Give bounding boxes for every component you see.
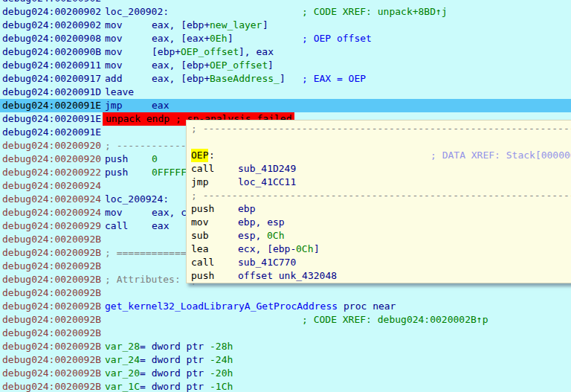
- code-segment: eax, [ebp+: [152, 59, 210, 72]
- address-label: debug024:00200917: [2, 72, 101, 86]
- listing-row[interactable]: debug024:00200911moveax, [ebp+OEP_offset…: [0, 59, 571, 72]
- popup-code-segment: sub_41C770: [238, 256, 296, 269]
- popup-code-segment: lea: [191, 242, 208, 256]
- popup-code-segment: 0Ch: [267, 229, 284, 242]
- code-segment: var_24: [105, 353, 140, 367]
- code-segment: eax, [ebp+: [152, 72, 210, 86]
- popup-row: OEP:; DATA XREF: Stack[000006: [187, 149, 571, 162]
- popup-row: callsub_41D249: [187, 162, 571, 176]
- listing-row[interactable]: debug024:0020092B; CODE XREF: debug024:0…: [0, 313, 571, 327]
- popup-code-segment: sub_41D249: [238, 162, 296, 176]
- popup-code-segment: mov: [191, 216, 208, 229]
- code-segment: add: [105, 72, 122, 86]
- address-label: debug024:0020091E: [2, 112, 101, 126]
- listing-row[interactable]: debug024:0020091Dleave: [0, 86, 571, 99]
- code-segment: ; OEP offset: [302, 32, 372, 45]
- address-label: debug024:00200924: [2, 179, 101, 193]
- popup-row: ; --------------------------------------…: [187, 122, 571, 135]
- code-segment: = dword ptr: [140, 340, 210, 353]
- popup-code-segment: push: [191, 202, 214, 216]
- tooltip-popup: ; --------------------------------------…: [186, 120, 571, 283]
- address-label: debug024:0020091E: [2, 126, 101, 139]
- address-label: debug024:0020092B: [2, 260, 101, 273]
- popup-code-segment: offset unk_432048: [238, 269, 337, 283]
- listing-row[interactable]: debug024:0020092Bvar_28= dword ptr -28h: [0, 340, 571, 353]
- listing-row[interactable]: debug024:0020092B: [0, 286, 571, 300]
- popup-code-segment: ecx, [ebp-: [238, 242, 296, 256]
- code-segment: -1Ch: [210, 380, 233, 392]
- popup-code-segment: ebp, esp: [238, 216, 285, 229]
- address-label: debug024:0020091E: [2, 99, 101, 112]
- popup-code-segment: ebp: [238, 202, 255, 216]
- popup-code-segment: 0Ch: [296, 242, 313, 256]
- code-segment: ; CODE XREF: debug024:0020002B↑p: [302, 313, 488, 327]
- listing-row[interactable]: debug024:0020092Bvar_20= dword ptr -20h: [0, 367, 571, 380]
- code-segment: eax: [152, 99, 169, 112]
- popup-code-segment: push: [191, 269, 214, 283]
- code-segment: push: [105, 166, 128, 179]
- popup-row: callsub_41C770: [187, 256, 571, 269]
- popup-row: ; --------------------------------------…: [187, 189, 571, 202]
- code-segment: ; EAX = OEP: [302, 72, 366, 86]
- code-segment: OEP_offset: [210, 59, 268, 72]
- listing-row[interactable]: debug024:00200902moveax, [ebp+new_layer]: [0, 19, 571, 32]
- listing-row[interactable]: debug024:00200917addeax, [ebp+BaseAddres…: [0, 72, 571, 86]
- code-segment: call: [105, 219, 128, 233]
- address-label: debug024:00200902: [2, 19, 101, 32]
- listing-row[interactable]: debug024:0020092Bget_kernel32_LoadLibrar…: [0, 300, 571, 313]
- popup-code-segment: esp,: [238, 229, 267, 242]
- address-label: debug024:00200924: [2, 193, 101, 206]
- address-label: debug024:0020092B: [2, 233, 101, 246]
- code-segment: loc_200924:: [105, 193, 169, 206]
- popup-row: jmploc_41CC11: [187, 176, 571, 189]
- address-label: debug024:00200920: [2, 139, 101, 152]
- code-segment: = dword ptr: [140, 353, 210, 367]
- popup-row: pushebp: [187, 202, 571, 216]
- popup-row: subesp, 0Ch: [187, 229, 571, 242]
- address-label: debug024:0020092B: [2, 313, 101, 327]
- address-label: debug024:0020092B: [2, 367, 101, 380]
- code-segment: [ebp+: [152, 45, 181, 59]
- popup-code-segment: ; --------------------------------------…: [191, 122, 571, 135]
- listing-row[interactable]: debug024:0020092Bvar_1C= dword ptr -1Ch: [0, 380, 571, 392]
- listing-row[interactable]: debug024:00200908moveax, [eax+0Eh]; OEP …: [0, 32, 571, 45]
- address-label: debug024:00200902: [2, 0, 101, 5]
- popup-code-segment: call: [191, 256, 214, 269]
- code-segment: = dword ptr: [140, 367, 210, 380]
- code-segment: eax, c: [152, 206, 187, 219]
- listing-row[interactable]: debug024:0020090Bmov[ebp+OEP_offset], ea…: [0, 45, 571, 59]
- code-segment: mov: [105, 45, 122, 59]
- code-segment: ; CODE XREF: unpack+8BD↑j: [302, 5, 448, 19]
- code-segment: mov: [105, 206, 122, 219]
- popup-row: leaecx, [ebp-0Ch]: [187, 242, 571, 256]
- address-label: debug024:0020092B: [2, 340, 101, 353]
- popup-row: movebp, esp: [187, 216, 571, 229]
- code-segment: var_20: [105, 367, 140, 380]
- listing-row[interactable]: debug024:0020092Bvar_24= dword ptr -24h: [0, 353, 571, 367]
- popup-code-segment: :: [209, 149, 215, 162]
- code-segment: jmp: [105, 99, 122, 112]
- code-segment: ], eax: [239, 45, 274, 59]
- popup-code-segment: ; DATA XREF: Stack[000006: [430, 149, 571, 162]
- popup-code-segment: call: [191, 162, 214, 176]
- address-label: debug024:00200908: [2, 32, 101, 45]
- code-segment: mov: [105, 32, 122, 45]
- address-label: debug024:0020090B: [2, 45, 101, 59]
- code-segment: 0Eh: [210, 32, 227, 45]
- code-segment: eax, [ebp+: [152, 19, 210, 32]
- code-segment: leave: [105, 86, 134, 99]
- code-segment: = dword ptr: [140, 380, 210, 392]
- listing-row[interactable]: debug024:0020092B: [0, 327, 571, 340]
- listing-row[interactable]: debug024:00200902: [0, 0, 571, 5]
- code-segment: -28h: [210, 340, 233, 353]
- listing-row[interactable]: debug024:0020091Ejmpeax: [0, 99, 571, 112]
- listing-row[interactable]: debug024:00200902loc_200902:; CODE XREF:…: [0, 5, 571, 19]
- code-segment: mov: [105, 59, 122, 72]
- address-label: debug024:00200929: [2, 219, 101, 233]
- code-segment: 0: [152, 152, 158, 166]
- address-label: debug024:00200922: [2, 166, 101, 179]
- address-label: debug024:0020092B: [2, 380, 101, 392]
- popup-code-segment: ; --------------------------------------…: [191, 189, 571, 202]
- code-segment: proc near: [343, 300, 396, 313]
- popup-code-segment: loc_41CC11: [238, 176, 296, 189]
